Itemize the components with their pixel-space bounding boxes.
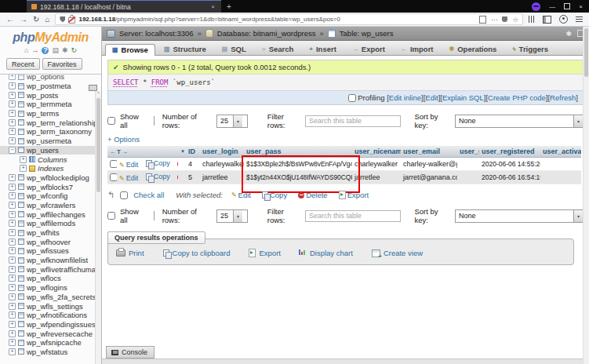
sort-by-key-select[interactable]: None▾ [455,209,584,223]
copy-row-link[interactable]: Copy [146,159,170,167]
table-search-input[interactable] [305,210,401,222]
tree-expander-icon[interactable]: + [9,275,16,282]
address-bar[interactable]: 192.168.1.18/phpmyadmin/sql.php?server=1… [55,13,523,25]
tree-expander-icon[interactable]: + [9,110,16,117]
tree-expander-icon[interactable]: + [9,220,16,227]
sidebar-table-item[interactable]: + Columns [0,155,101,164]
tree-expander-icon[interactable]: + [9,257,16,264]
sidebar-table-item[interactable]: + wp_wflocs [0,274,101,283]
sidebar-table-item[interactable]: + wp_wflivetraffichuman [0,264,101,274]
column-header[interactable]: ID [186,146,200,158]
tree-expander-icon[interactable]: + [9,348,16,355]
check-all-checkbox[interactable] [120,191,128,199]
sidebar-table-item[interactable]: − wp_users [0,146,101,155]
breadcrumb-database-link[interactable]: Database: bitnami_wordpress [217,29,316,38]
docs-icon[interactable]: ▤ [52,47,59,54]
sidebar-table-item[interactable]: + wp_postmeta [0,82,101,91]
sidebar-table-item[interactable]: + Indexes [0,164,101,173]
tree-expander-icon[interactable]: + [9,82,16,89]
check-all-label[interactable]: Check all [133,191,164,199]
sidebar-table-item[interactable]: + wp_termmeta [0,100,101,109]
scroll-up-icon[interactable]: ^ [96,91,101,96]
tree-expander-icon[interactable]: + [9,137,16,144]
profiling-checkbox[interactable] [348,94,356,102]
forward-button[interactable]: → [20,16,27,24]
tree-expander-icon[interactable]: + [9,74,16,80]
with-selected-export[interactable]: Export [339,191,369,199]
show-all-checkbox[interactable] [107,117,115,125]
page-scrollbar-thumb[interactable] [584,28,588,77]
sidebar-table-item[interactable]: + wp_usermeta [0,136,101,146]
sidebar-table-item[interactable]: + wp_terms [0,109,101,118]
pma-tab[interactable]: ✱ Operations [442,43,504,55]
tracking-shield-icon[interactable] [60,16,65,23]
column-header[interactable]: user_pass [244,146,352,158]
home-icon[interactable]: ⌂ [24,47,28,54]
settings-icon[interactable]: ✱ [62,47,68,54]
tree-expander-icon[interactable]: + [9,339,16,346]
row-checkbox[interactable] [110,173,117,181]
tree-expander-icon[interactable]: + [9,119,16,126]
with-selected-delete[interactable]: Delete [298,191,327,199]
sidebar-table-item[interactable]: + wp_wfls_settings [0,301,101,311]
sidebar-table-item[interactable]: + wp_wfpendingissues [0,320,101,329]
tree-expander-icon[interactable]: + [9,128,16,135]
hamburger-menu-icon[interactable] [576,16,583,22]
favorites-tables-button[interactable]: Favorites [42,58,82,70]
back-button[interactable]: ← [6,16,14,24]
tree-expander-icon[interactable]: + [9,92,16,99]
with-selected-copy[interactable]: Copy [262,191,287,199]
sort-caret-icon[interactable]: ▼ [178,146,186,158]
delete-row-link[interactable]: Delete [177,173,178,181]
pma-tab[interactable]: + Insert [302,43,344,55]
sidebar-table-item[interactable]: + wp_term_relationships [0,118,101,127]
sidebar-table-item[interactable]: + wp_wffilemods [0,219,101,228]
pma-tab[interactable]: ▥ Structure [157,43,213,55]
page-actions-icon[interactable]: ⋯ [491,16,498,24]
bookmark-star-icon[interactable]: ☆ [512,16,518,24]
sidebar-table-item[interactable]: + wp_wfhits [0,228,101,238]
window-close-button[interactable]: × [579,3,583,10]
console-toggle-button[interactable]: Console [106,346,155,359]
tree-expander-icon[interactable]: + [9,293,16,300]
show-all-checkbox[interactable] [107,212,115,220]
column-header[interactable]: user_registered [479,146,540,158]
breadcrumb-server-link[interactable]: Server: localhost:3306 [119,29,194,38]
tree-expander-icon[interactable]: + [20,156,27,163]
column-header[interactable]: user_login [200,146,244,158]
column-header[interactable]: user_email [401,146,457,158]
new-tab-button[interactable]: + [221,0,237,13]
sidebar-table-item[interactable]: + wp_wfstatus [0,348,101,357]
sidebar-table-item[interactable]: + wp_wffilechanges [0,209,101,219]
sidebar-table-item[interactable]: + wp_wfknownfilelist [0,256,101,265]
reload-button[interactable]: ↻ [33,16,39,24]
sidebar-table-item[interactable]: + wp_wfls_2fa_secrets [0,293,101,302]
number-of-rows-select[interactable]: 25▾ [216,209,248,223]
tree-expander-icon[interactable]: + [9,266,16,273]
sql-keyword-select[interactable]: SELECT [113,78,139,86]
edit-row-link[interactable]: ✎Edit [119,161,138,169]
tree-expander-icon[interactable]: + [9,202,16,209]
sidebar-table-item[interactable]: + wp_wfissues [0,246,101,256]
sidebar-table-item[interactable]: + wp_wfsnipcache [0,338,101,348]
sidebar-table-item[interactable]: + wp_term_taxonomy [0,127,101,136]
pma-tab[interactable]: ϟ Triggers [505,43,555,55]
tree-expander-icon[interactable]: + [9,321,16,328]
tree-expander-icon[interactable]: + [9,284,16,291]
pocket-icon[interactable] [502,16,507,22]
reader-mode-icon[interactable] [479,16,486,24]
pma-tab[interactable]: ○ Search [255,43,301,55]
tree-expander-icon[interactable]: + [9,174,16,181]
number-of-rows-select[interactable]: 25▾ [216,115,248,128]
display-chart-link[interactable]: Display chart [300,249,353,257]
options-toggle-link[interactable]: + Options [107,135,140,144]
pma-tab[interactable]: → Export [345,43,392,55]
with-selected-edit[interactable]: ✎Edit [231,191,251,199]
reload-nav-icon[interactable]: ↻ [71,47,77,54]
browser-tab[interactable]: 192.168.1.18 / localhost / bitna × [27,0,221,13]
pma-tab[interactable]: ← Import [394,43,441,55]
tree-expander-icon[interactable]: + [20,165,27,172]
tree-expander-icon[interactable]: − [9,147,16,154]
logout-icon[interactable]: → [31,47,38,54]
help-icon[interactable]: ? [42,47,49,54]
